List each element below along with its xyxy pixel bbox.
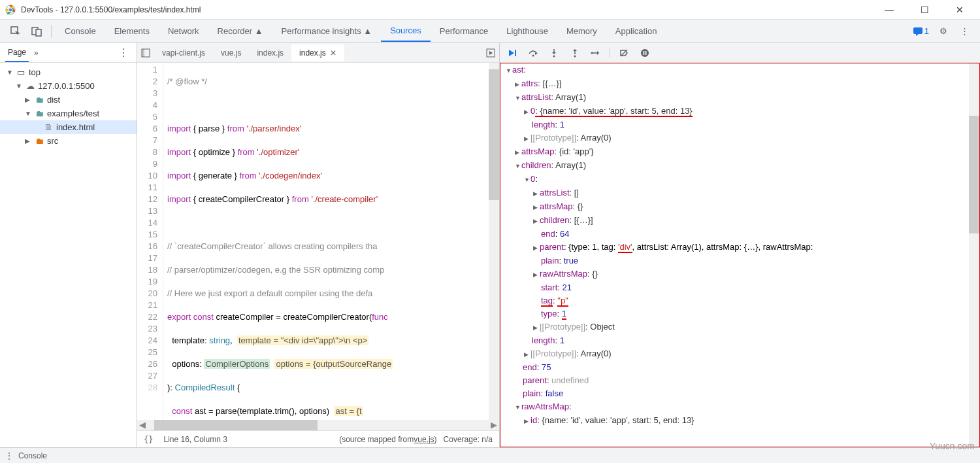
coverage-status: Coverage: n/a (444, 435, 493, 444)
navigator-panel: Page » ⋮ ▼▭top ▼☁127.0.0.1:5500 ▶🖿dist ▼… (0, 43, 137, 447)
svg-point-15 (591, 52, 593, 54)
tree-indexhtml[interactable]: 🗎index.html (0, 120, 137, 134)
svg-rect-6 (36, 29, 41, 36)
close-tab-icon[interactable]: ✕ (330, 48, 336, 58)
issues-icon[interactable]: 1 (913, 26, 929, 37)
tree-top[interactable]: ▼▭top (0, 65, 137, 79)
watermark: Yuucn.com (930, 441, 975, 451)
svg-point-14 (574, 55, 576, 57)
file-tab-2[interactable]: index.js (249, 44, 291, 61)
deactivate-breakpoints-icon[interactable] (617, 48, 631, 58)
drawer-menu-icon[interactable]: ⋮ (5, 451, 13, 460)
tab-nav-icon[interactable] (137, 48, 154, 58)
svg-point-17 (641, 49, 649, 57)
svg-rect-7 (913, 27, 923, 34)
tab-lighthouse[interactable]: Lighthouse (497, 21, 557, 41)
svg-rect-9 (142, 49, 144, 57)
tab-network[interactable]: Network (159, 21, 208, 41)
minimize-button[interactable]: — (874, 0, 904, 20)
scope-viewer[interactable]: ▼ast: ▶attrs: [{…}] ▼attrsList: Array(1)… (500, 63, 980, 447)
devtools-toolbar: Console Elements Network Recorder ▲ Perf… (0, 20, 980, 43)
step-out-icon[interactable] (568, 48, 582, 58)
close-button[interactable]: ✕ (945, 0, 975, 20)
line-gutter: 1234567891011121314151617181920212223242… (137, 63, 163, 420)
debugger-toolbar (500, 43, 980, 63)
tab-elements[interactable]: Elements (105, 21, 159, 41)
tab-console[interactable]: Console (56, 21, 105, 41)
step-into-icon[interactable] (547, 48, 561, 58)
svg-point-13 (553, 55, 555, 57)
more-icon[interactable]: ⋮ (955, 22, 973, 41)
sourcemap-link[interactable]: vue.js (414, 435, 434, 444)
tab-application[interactable]: Application (606, 21, 666, 41)
pretty-print-icon[interactable]: {} (144, 435, 153, 444)
tree-examples[interactable]: ▼🖿examples/test (0, 107, 137, 120)
svg-rect-11 (515, 50, 516, 56)
svg-rect-19 (645, 51, 647, 55)
tree-host[interactable]: ▼☁127.0.0.1:5500 (0, 79, 137, 93)
issues-count: 1 (924, 26, 929, 36)
window-title-bar: DevTools - 127.0.0.1:5500/examples/test/… (0, 0, 980, 20)
editor-scrollbar-v[interactable] (489, 63, 499, 420)
pause-exceptions-icon[interactable] (638, 48, 652, 58)
step-over-icon[interactable] (526, 48, 540, 58)
device-icon[interactable] (27, 22, 46, 41)
console-drawer[interactable]: ⋮ Console (0, 447, 980, 463)
file-tab-1[interactable]: vue.js (213, 44, 249, 61)
svg-point-3 (9, 8, 12, 10)
navigator-tab-page[interactable]: Page (5, 44, 29, 62)
step-icon[interactable] (589, 48, 603, 58)
window-title: DevTools - 127.0.0.1:5500/examples/test/… (21, 5, 874, 14)
tab-performance-insights[interactable]: Performance insights ▲ (272, 21, 382, 41)
svg-rect-18 (644, 51, 645, 55)
cursor-position: Line 16, Column 3 (163, 435, 227, 444)
tab-performance[interactable]: Performance (431, 21, 497, 41)
tab-memory[interactable]: Memory (557, 21, 606, 41)
tree-dist[interactable]: ▶🖿dist (0, 93, 137, 107)
code-editor[interactable]: 1234567891011121314151617181920212223242… (137, 63, 499, 420)
file-tab-0[interactable]: vapi-client.js (154, 44, 213, 61)
editor-scrollbar-h[interactable]: ◀▶ (137, 420, 499, 430)
chrome-icon (5, 5, 16, 15)
code-content: /* @flow */ import { parse } from './par… (163, 63, 489, 420)
file-tab-3[interactable]: index.js✕ (291, 44, 344, 61)
settings-icon[interactable]: ⚙ (934, 22, 953, 41)
debugger-panel: ▼ast: ▶attrs: [{…}] ▼attrsList: Array(1)… (500, 43, 980, 447)
tree-src[interactable]: ▶🖿src (0, 134, 137, 148)
editor-panel: vapi-client.js vue.js index.js index.js✕… (137, 43, 500, 447)
tab-recorder[interactable]: Recorder ▲ (208, 21, 272, 41)
editor-status-bar: {} Line 16, Column 3 (source mapped from… (137, 430, 499, 447)
inspect-icon[interactable] (7, 22, 25, 41)
maximize-button[interactable]: ☐ (909, 0, 939, 20)
navigator-more-tabs[interactable]: » (34, 48, 39, 58)
run-snippet-icon[interactable] (482, 48, 499, 58)
navigator-options[interactable]: ⋮ (116, 46, 131, 59)
scope-scrollbar[interactable] (969, 63, 979, 447)
drawer-tab-console[interactable]: Console (18, 451, 47, 460)
resume-icon[interactable] (505, 48, 519, 58)
tab-sources[interactable]: Sources (381, 20, 431, 42)
svg-point-12 (532, 54, 534, 56)
file-tree: ▼▭top ▼☁127.0.0.1:5500 ▶🖿dist ▼🖿examples… (0, 63, 137, 150)
